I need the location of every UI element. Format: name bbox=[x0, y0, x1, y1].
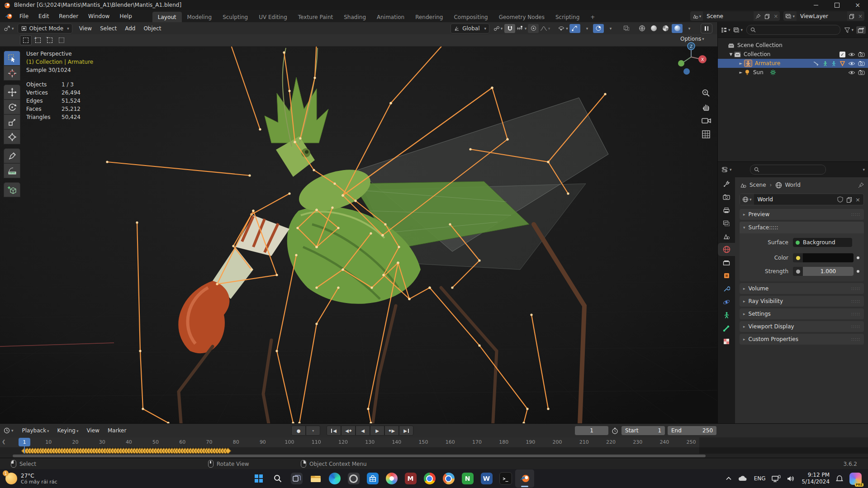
animate-strength-dot[interactable] bbox=[857, 270, 859, 273]
copy-datablock-icon[interactable] bbox=[846, 197, 852, 203]
taskbar-app-blender[interactable] bbox=[515, 469, 534, 488]
taskbar-app-mail[interactable]: M bbox=[401, 469, 420, 488]
panel-grip-icon[interactable]: ::::: bbox=[851, 299, 860, 303]
scene-name[interactable]: Scene bbox=[703, 11, 754, 21]
panel-grip-icon[interactable]: ::::: bbox=[851, 324, 860, 329]
properties-tab-tool[interactable] bbox=[718, 177, 735, 190]
workspace-tab-compositing[interactable]: Compositing bbox=[448, 12, 493, 22]
expand-arrow-icon[interactable]: ▼ bbox=[728, 52, 734, 57]
tool-annotate[interactable] bbox=[4, 148, 20, 163]
panel-preview[interactable]: ▸ Preview ::::: bbox=[740, 209, 864, 220]
menu-view[interactable]: View bbox=[82, 427, 103, 434]
eye-icon[interactable] bbox=[848, 61, 855, 66]
menu-keying[interactable]: Keying▾ bbox=[53, 427, 83, 434]
show-object-types-dropdown[interactable]: ▾ bbox=[558, 24, 569, 33]
shading-rendered-button[interactable] bbox=[672, 24, 683, 33]
camera-visibility-icon[interactable] bbox=[858, 61, 865, 66]
viewlayer-selector[interactable]: ▾ ViewLayer × bbox=[783, 11, 864, 21]
tool-move[interactable] bbox=[4, 85, 20, 99]
viewlayer-name[interactable]: ViewLayer bbox=[797, 11, 847, 21]
menu-file[interactable]: File bbox=[14, 10, 33, 22]
camera-visibility-icon[interactable] bbox=[858, 70, 865, 75]
copilot-icon[interactable]: PRE bbox=[849, 473, 862, 485]
blender-menu-icon[interactable] bbox=[5, 13, 13, 19]
outliner-row-armature[interactable]: ► Armature bbox=[718, 59, 868, 68]
frame-start-field[interactable]: Start1 bbox=[621, 426, 665, 436]
expand-arrow-icon[interactable]: ► bbox=[738, 70, 744, 75]
viewport-menu-view[interactable]: View bbox=[75, 25, 96, 32]
panel-surface[interactable]: ▾ Surface ::::: bbox=[740, 222, 864, 233]
properties-tab-bone[interactable] bbox=[718, 322, 735, 335]
workspace-tab-sculpting[interactable]: Sculpting bbox=[217, 12, 253, 22]
auto-keying-dropdown[interactable]: ▾ bbox=[306, 426, 320, 436]
breadcrumb-world[interactable]: World bbox=[785, 182, 800, 188]
outliner-row-scene-collection[interactable]: Scene Collection bbox=[718, 41, 868, 50]
pin-icon[interactable] bbox=[754, 11, 763, 21]
taskbar-app-file-explorer[interactable] bbox=[306, 469, 325, 488]
new-collection-button[interactable] bbox=[856, 26, 866, 34]
taskbar-app-edge[interactable] bbox=[325, 469, 344, 488]
pin-icon[interactable] bbox=[858, 182, 864, 188]
shading-solid-button[interactable] bbox=[648, 24, 659, 33]
tool-cursor[interactable] bbox=[4, 66, 20, 81]
scene-selector[interactable]: ▾ Scene × bbox=[690, 11, 780, 21]
jump-to-end-button[interactable]: ▶ bbox=[399, 426, 413, 436]
select-mode-extend-button[interactable]: + bbox=[33, 36, 43, 45]
outliner-row-collection[interactable]: ▼ Collection ✓ bbox=[718, 50, 868, 59]
gizmo-minus-z-axis[interactable] bbox=[683, 68, 690, 75]
properties-tab-collection[interactable] bbox=[718, 256, 735, 269]
overlays-toggle[interactable] bbox=[593, 24, 604, 33]
pause-render-button[interactable] bbox=[701, 24, 712, 33]
camera-visibility-icon[interactable] bbox=[858, 52, 865, 57]
weather-widget[interactable]: 1 27°C Có mây rải rác bbox=[0, 473, 57, 485]
eye-icon[interactable] bbox=[848, 52, 855, 57]
properties-tab-world[interactable] bbox=[718, 243, 735, 256]
properties-tab-physics[interactable] bbox=[718, 295, 735, 308]
select-mode-new-button[interactable] bbox=[20, 35, 32, 45]
workspace-tab-geometry-nodes[interactable]: Geometry Nodes bbox=[493, 12, 550, 22]
tool-transform[interactable] bbox=[4, 129, 20, 144]
panel-grip-icon[interactable]: ::::: bbox=[851, 337, 860, 341]
color-swatch[interactable] bbox=[803, 253, 854, 262]
taskbar-app-settings[interactable] bbox=[344, 469, 363, 488]
next-keyframe-button[interactable]: ◆▶ bbox=[384, 426, 399, 436]
taskbar-app-word[interactable]: W bbox=[477, 469, 496, 488]
frame-end-field[interactable]: End250 bbox=[667, 426, 717, 436]
viewport-menu-add[interactable]: Add bbox=[121, 25, 139, 32]
taskbar-app-notepad[interactable]: N bbox=[458, 469, 477, 488]
proportional-editing-toggle[interactable] bbox=[528, 24, 539, 33]
menu-window[interactable]: Window bbox=[83, 10, 114, 22]
breadcrumb-scene[interactable]: Scene bbox=[749, 182, 766, 188]
jump-to-start-button[interactable]: ◀ bbox=[327, 426, 341, 436]
outliner-display-mode-dropdown[interactable]: ▾ bbox=[721, 27, 730, 33]
properties-tab-output[interactable] bbox=[718, 204, 735, 217]
gizmo-y-axis[interactable] bbox=[678, 60, 684, 66]
clock[interactable]: 9:12 PM 5/14/2024 bbox=[802, 472, 830, 485]
gizmos-toggle[interactable] bbox=[569, 24, 580, 33]
properties-tab-view-layer[interactable] bbox=[718, 217, 735, 230]
proportional-falloff-dropdown[interactable]: ▾ bbox=[540, 24, 550, 33]
panel-custom-properties[interactable]: ▸Custom Properties::::: bbox=[740, 334, 864, 345]
taskbar-app-chrome[interactable] bbox=[420, 469, 439, 488]
close-button[interactable]: × bbox=[847, 0, 868, 10]
taskbar-app-terminal[interactable]: >_ bbox=[496, 469, 515, 488]
outliner-search-input[interactable] bbox=[746, 25, 840, 35]
timeline-expand-arrow-icon[interactable]: ❮ bbox=[2, 439, 5, 444]
properties-search-input[interactable] bbox=[750, 165, 826, 175]
volume-icon[interactable] bbox=[787, 475, 795, 482]
auto-keying-record-button[interactable]: ● bbox=[291, 426, 306, 436]
new-viewlayer-icon[interactable] bbox=[847, 11, 856, 21]
viewlayer-icon[interactable]: ▾ bbox=[783, 11, 797, 21]
viewport-menu-select[interactable]: Select bbox=[96, 25, 121, 32]
panel-ray-visibility[interactable]: ▸Ray Visibility::::: bbox=[740, 296, 864, 307]
current-frame-field[interactable]: 1 bbox=[574, 426, 609, 436]
properties-tab-modifiers[interactable] bbox=[718, 282, 735, 295]
select-mode-subtract-button[interactable]: − bbox=[44, 36, 55, 45]
snap-magnet-toggle[interactable] bbox=[504, 24, 515, 33]
properties-tab-render[interactable] bbox=[718, 190, 735, 204]
outliner-filter-dropdown[interactable]: ▾ bbox=[844, 27, 854, 33]
world-name[interactable]: World bbox=[754, 196, 777, 203]
workspace-tab-layout[interactable]: Layout bbox=[152, 12, 182, 22]
shading-wireframe-button[interactable] bbox=[636, 24, 647, 33]
network-icon[interactable] bbox=[772, 475, 781, 482]
